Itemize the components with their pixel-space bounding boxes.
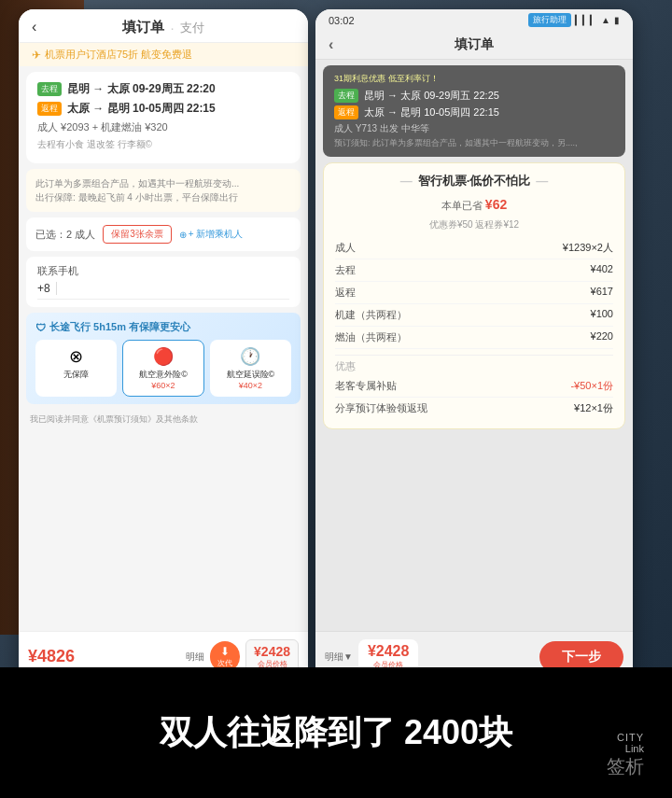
page-title: 填订单 · 支付 bbox=[122, 19, 203, 36]
add-label: + 新增乘机人 bbox=[189, 228, 244, 241]
adult-price: ¥1239×2人 bbox=[563, 241, 613, 255]
savings-amount: ¥62 bbox=[485, 197, 507, 212]
smart-price-card: 智行机票·低价不怕比 本单已省 ¥62 优惠券¥50 返程券¥12 成人 ¥12… bbox=[323, 162, 625, 429]
savings-row: 本单已省 ¥62 bbox=[335, 197, 613, 213]
outbound-tag: 去程 bbox=[37, 82, 62, 96]
none-icon: ⊗ bbox=[44, 346, 108, 367]
right-header: ‹ 填订单 bbox=[315, 31, 633, 60]
right-return-row: 返程 太原 → 昆明 10-05周四 22:15 bbox=[334, 105, 614, 119]
insurance-delay[interactable]: 🕐 航空延误险© ¥40×2 bbox=[210, 340, 291, 397]
right-phone: 03:02 旅行助理 ▎▎▎ ▲ ▮ ‹ 填订单 31期利息优惠 低至利率订！ … bbox=[315, 9, 633, 681]
outbound-label: 去程 bbox=[335, 263, 356, 277]
smart-title-text: 智行机票·低价不怕比 bbox=[418, 173, 531, 189]
right-outbound-row: 去程 昆明 → 太原 09-29周五 22:25 bbox=[334, 89, 614, 103]
promo-banner[interactable]: ✈ 机票用户订酒店75折 航变免费退 bbox=[19, 43, 308, 66]
outbound-info: 昆明 → 太原 09-29周五 22:20 bbox=[67, 81, 216, 97]
share-price: ¥12×1份 bbox=[574, 401, 613, 415]
tax-label: 机建（共两程） bbox=[335, 308, 407, 322]
time-display: 03:02 bbox=[329, 15, 355, 26]
insurance-none[interactable]: ⊗ 无保障 bbox=[35, 340, 117, 397]
watermark-city: City bbox=[617, 732, 644, 743]
share-icon: ⬇ bbox=[220, 645, 230, 658]
watermark-link: Link bbox=[625, 743, 644, 754]
next-price: ¥2428 bbox=[254, 644, 290, 659]
pay-label: 支付 bbox=[180, 20, 204, 36]
return-flight-row: 返程 太原 → 昆明 10-05周四 22:15 bbox=[37, 101, 289, 117]
right-outbound-tag: 去程 bbox=[334, 89, 358, 103]
signal-icon: ▎▎▎ bbox=[575, 15, 597, 25]
insurance-title-text: 长途飞行 5h15m 有保障更安心 bbox=[49, 320, 190, 334]
watermark: City Link 签析 bbox=[607, 732, 644, 779]
delay-price: ¥40×2 bbox=[218, 381, 283, 390]
share-row: 分享预订体验领返现 ¥12×1份 bbox=[335, 398, 613, 419]
app-badge: 旅行助理 bbox=[528, 13, 571, 27]
compare-btn[interactable]: 明细 bbox=[186, 651, 204, 664]
old-member-price: -¥50×1份 bbox=[570, 379, 613, 393]
old-member-label: 老客专属补贴 bbox=[335, 379, 397, 393]
notice-text1: 此订单为多票组合产品，如遇其中一程航班变动... bbox=[35, 176, 291, 190]
right-outbound-info: 昆明 → 太原 09-29周五 22:25 bbox=[364, 89, 499, 103]
return-info: 太原 → 昆明 10-05周四 22:15 bbox=[67, 101, 216, 117]
right-notice-text: 预订须知: 此订单为多票组合产品，如遇其中一程航班变动，另...., bbox=[334, 137, 614, 149]
right-compare-btn[interactable]: 明细▼ bbox=[325, 651, 353, 664]
share-label: 分享预订体验领返现 bbox=[335, 401, 427, 415]
adult-row: 成人 ¥1239×2人 bbox=[335, 237, 613, 259]
notice-text2: 出行保障: 最晚起飞前 4 小时出票，平台保障出行 bbox=[35, 190, 291, 204]
selected-section: 已选：2 成人 保留3张余票 ⊕ + 新增乘机人 bbox=[26, 217, 301, 251]
selected-badge[interactable]: 保留3张余票 bbox=[103, 225, 172, 244]
back-icon[interactable]: ‹ bbox=[32, 19, 36, 35]
wifi-icon: ▲ bbox=[601, 15, 610, 25]
meal-row: 去程有小食 退改签 行李额© bbox=[37, 138, 289, 151]
outbound-row: 去程 ¥402 bbox=[335, 259, 613, 282]
plane-icon: ✈ bbox=[32, 49, 41, 62]
phone-input[interactable]: +8 bbox=[37, 282, 289, 300]
delay-icon: 🕐 bbox=[218, 346, 283, 367]
accident-label: 航空意外险© bbox=[131, 369, 195, 381]
add-passenger-btn[interactable]: ⊕ + 新增乘机人 bbox=[179, 228, 244, 241]
insurance-title: 🛡 长途飞行 5h15m 有保障更安心 bbox=[35, 320, 291, 334]
right-notice-top: 31期利息优惠 低至利率订！ bbox=[334, 73, 614, 85]
old-member-row: 老客专属补贴 -¥50×1份 bbox=[335, 375, 613, 398]
left-phone-header: ‹ 填订单 · 支付 bbox=[19, 9, 308, 43]
insurance-accident[interactable]: 🔴 航空意外险© ¥60×2 bbox=[122, 340, 203, 397]
caption-text: 双人往返降到了 2400块 bbox=[160, 710, 512, 756]
none-label: 无保障 bbox=[44, 369, 108, 381]
flight-section: 去程 昆明 → 太原 09-29周五 22:20 返程 太原 → 昆明 10-0… bbox=[26, 72, 301, 163]
right-return-info: 太原 → 昆明 10-05周四 22:15 bbox=[364, 105, 499, 119]
phones-container: ‹ 填订单 · 支付 ✈ 机票用户订酒店75折 航变免费退 去程 昆明 → 太原… bbox=[19, 9, 653, 681]
contact-section: 联系手机 +8 bbox=[26, 257, 301, 307]
return-price: ¥617 bbox=[591, 286, 613, 300]
delay-label: 航空延误险© bbox=[218, 369, 283, 381]
return-label: 返程 bbox=[335, 286, 356, 300]
add-icon: ⊕ bbox=[179, 230, 187, 240]
accident-icon: 🔴 bbox=[131, 346, 195, 367]
terms-row: 我已阅读并同意《机票预订须知》及其他条款 bbox=[19, 410, 308, 429]
right-back-icon[interactable]: ‹ bbox=[329, 36, 333, 53]
terms-text: 我已阅读并同意《机票预订须知》及其他条款 bbox=[30, 414, 198, 424]
shield-icon: 🛡 bbox=[35, 322, 46, 333]
right-price-info: 成人 Y713 出发 中华等 bbox=[334, 122, 614, 135]
contact-label: 联系手机 bbox=[37, 264, 289, 278]
title-separator: · bbox=[170, 20, 174, 35]
promo-text: 机票用户订酒店75折 航变免费退 bbox=[45, 48, 192, 62]
insurance-section: 🛡 长途飞行 5h15m 有保障更安心 ⊗ 无保障 🔴 航空意外险© ¥60×2… bbox=[26, 313, 301, 404]
watermark-logo: 签析 bbox=[607, 754, 644, 779]
tax-price: ¥100 bbox=[591, 308, 613, 322]
title-text: 填订单 bbox=[122, 19, 164, 36]
insurance-options: ⊗ 无保障 🔴 航空意外险© ¥60×2 🕐 航空延误险© ¥40×2 bbox=[35, 340, 291, 397]
right-content: 31期利息优惠 低至利率订！ 去程 昆明 → 太原 09-29周五 22:25 … bbox=[315, 60, 633, 631]
accident-price: ¥60×2 bbox=[131, 381, 195, 390]
battery-icon: ▮ bbox=[614, 15, 620, 25]
tax-row: 机建（共两程） ¥100 bbox=[335, 304, 613, 327]
price-row: 成人 ¥2093 + 机建燃油 ¥320 bbox=[37, 120, 289, 134]
return-row: 返程 ¥617 bbox=[335, 282, 613, 304]
notice-section: 此订单为多票组合产品，如遇其中一程航班变动... 出行保障: 最晚起飞前 4 小… bbox=[26, 169, 301, 212]
right-flight-info: 31期利息优惠 低至利率订！ 去程 昆明 → 太原 09-29周五 22:25 … bbox=[323, 65, 625, 157]
total-price: ¥4826 bbox=[28, 647, 75, 666]
outbound-price: ¥402 bbox=[591, 263, 613, 277]
right-total-price: ¥2428 bbox=[368, 643, 410, 660]
fuel-label: 燃油（共两程） bbox=[335, 330, 407, 344]
caption-area: 双人往返降到了 2400块 City Link 签析 bbox=[0, 667, 672, 798]
fuel-price: ¥220 bbox=[591, 330, 613, 344]
savings-label: 本单已省 bbox=[441, 200, 483, 211]
